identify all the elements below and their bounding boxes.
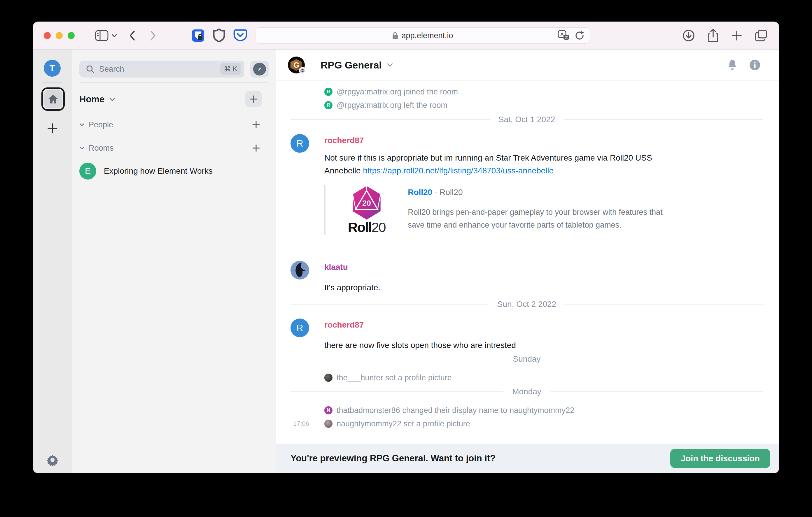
browser-window: app.element.io A文: [33, 22, 779, 473]
add-room-button[interactable]: [252, 144, 260, 152]
space-name[interactable]: Home: [79, 94, 105, 104]
sidebar-toggle-icon[interactable]: [95, 30, 109, 41]
svg-text:A: A: [560, 32, 564, 37]
rename-event: N thatbadmonster86 changed their display…: [324, 404, 763, 417]
public-room-globe-icon: [299, 67, 306, 74]
explore-rooms-button[interactable]: [250, 61, 269, 78]
sender-name[interactable]: klaatu: [324, 261, 763, 274]
password-extension-icon[interactable]: [191, 29, 205, 42]
svg-text:20: 20: [362, 199, 371, 208]
url-text: app.element.io: [401, 31, 453, 40]
downloads-icon[interactable]: [683, 29, 695, 42]
room-list-divider: [79, 82, 268, 83]
url-bar[interactable]: app.element.io A文: [255, 27, 590, 44]
space-chevron-down-icon[interactable]: [109, 97, 116, 102]
bird-avatar-image: [290, 261, 309, 279]
settings-button[interactable]: [33, 454, 72, 466]
home-icon: [48, 94, 58, 104]
date-separator: Monday: [290, 386, 763, 398]
room-header: G RPG General: [276, 50, 779, 81]
reload-icon[interactable]: [575, 30, 584, 41]
join-discussion-button[interactable]: Join the discussion: [670, 449, 770, 468]
preview-prompt: You're previewing RPG General. Want to j…: [290, 453, 496, 464]
tab-overview-icon[interactable]: [755, 29, 768, 42]
forward-button[interactable]: [150, 30, 156, 41]
traffic-lights: [44, 32, 75, 39]
message-timeline[interactable]: R @rpgya:matrix.org joined the room R @r…: [276, 81, 779, 444]
sender-name[interactable]: rocherd87: [324, 318, 763, 331]
plus-icon: [252, 144, 260, 152]
lock-icon: [392, 31, 399, 40]
roll20-logo: 20 Roll20: [343, 185, 390, 235]
share-icon[interactable]: [707, 29, 719, 42]
avatar[interactable]: R: [290, 134, 309, 153]
search-icon: [86, 65, 94, 73]
plus-icon: [249, 95, 258, 103]
compass-icon: [256, 65, 263, 73]
back-button[interactable]: [129, 30, 135, 41]
room-title[interactable]: RPG General: [321, 59, 382, 71]
timestamp: 17:06: [293, 420, 309, 428]
avatar: N: [324, 406, 332, 415]
room-list-item[interactable]: E Exploring how Element Works: [79, 162, 269, 180]
event-text: naughtymommy22 set a profile picture: [337, 419, 470, 428]
avatar[interactable]: R: [290, 318, 309, 337]
chevron-down-icon: [79, 123, 85, 127]
create-space-button[interactable]: [33, 120, 72, 137]
message: klaatu It's appropriate.: [290, 261, 763, 294]
space-rail: T: [33, 50, 72, 473]
plus-icon: [47, 123, 58, 134]
chevron-down-icon: [79, 146, 85, 150]
message: R rocherd87 Not sure if this is appropri…: [290, 134, 763, 235]
section-rooms[interactable]: Rooms: [79, 141, 269, 155]
membership-event: R @rpgya:matrix.org joined the room: [324, 85, 763, 98]
new-tab-icon[interactable]: [731, 30, 742, 41]
add-button[interactable]: [245, 91, 262, 107]
room-menu-chevron-icon[interactable]: [386, 63, 394, 67]
message-body: Not sure if this is appropriate but im r…: [324, 152, 679, 177]
search-input[interactable]: [99, 65, 220, 74]
chat-panel: G RPG General R: [276, 50, 779, 473]
membership-event: R @rpgya:matrix.org left the room: [324, 98, 763, 112]
room-info-icon[interactable]: [749, 59, 761, 71]
sidebar-dropdown-chevron-icon[interactable]: [111, 33, 117, 38]
zoom-window-button[interactable]: [68, 32, 75, 39]
event-text: @rpgya:matrix.org left the room: [337, 101, 447, 110]
home-space-button[interactable]: [41, 87, 65, 111]
rail-divider: [42, 82, 62, 83]
room-avatar: E: [79, 163, 96, 180]
link-preview-card[interactable]: 20 Roll20 Roll20 - Roll20 Roll20 brings …: [324, 185, 676, 235]
search-shortcut-badge: ⌘ K: [220, 63, 241, 75]
element-app: T ⌘ K: [33, 50, 779, 473]
section-label: Rooms: [89, 144, 114, 153]
message-link[interactable]: https://app.roll20.net/lfg/listing/34870…: [363, 166, 554, 175]
close-window-button[interactable]: [44, 32, 51, 39]
pocket-extension-icon[interactable]: [233, 29, 247, 42]
room-name: Exploring how Element Works: [104, 166, 213, 176]
avatar[interactable]: [290, 261, 309, 279]
room-list-panel: ⌘ K Home People: [72, 50, 276, 473]
section-people[interactable]: People: [79, 118, 269, 132]
sender-name[interactable]: rocherd87: [324, 134, 763, 147]
preview-title-link[interactable]: Roll20: [408, 188, 432, 197]
translate-icon[interactable]: A文: [558, 30, 570, 41]
minimize-window-button[interactable]: [56, 32, 63, 39]
search-bar[interactable]: ⌘ K: [79, 61, 244, 78]
gear-icon: [47, 454, 58, 466]
add-people-button[interactable]: [252, 121, 260, 129]
preview-description: Roll20 brings pen-and-paper gameplay to …: [408, 206, 676, 232]
date-separator: Sat, Oct 1 2022: [290, 112, 763, 127]
browser-toolbar: app.element.io A文: [33, 22, 779, 50]
avatar: R: [324, 101, 332, 109]
preview-title-suffix: - Roll20: [432, 188, 463, 197]
date-separator: Sun, Oct 2 2022: [290, 298, 763, 310]
notifications-bell-icon[interactable]: [727, 59, 738, 71]
user-avatar[interactable]: T: [44, 60, 61, 77]
shield-extension-icon[interactable]: [213, 29, 225, 42]
svg-text:文: 文: [565, 35, 568, 39]
event-text: thatbadmonster86 changed their display n…: [337, 406, 574, 415]
event-text: @rpgya:matrix.org joined the room: [337, 87, 458, 96]
profile-event: 17:06 naughtymommy22 set a profile pictu…: [324, 417, 763, 430]
room-header-avatar[interactable]: G: [288, 57, 305, 73]
message-body: It's appropriate.: [324, 281, 679, 294]
